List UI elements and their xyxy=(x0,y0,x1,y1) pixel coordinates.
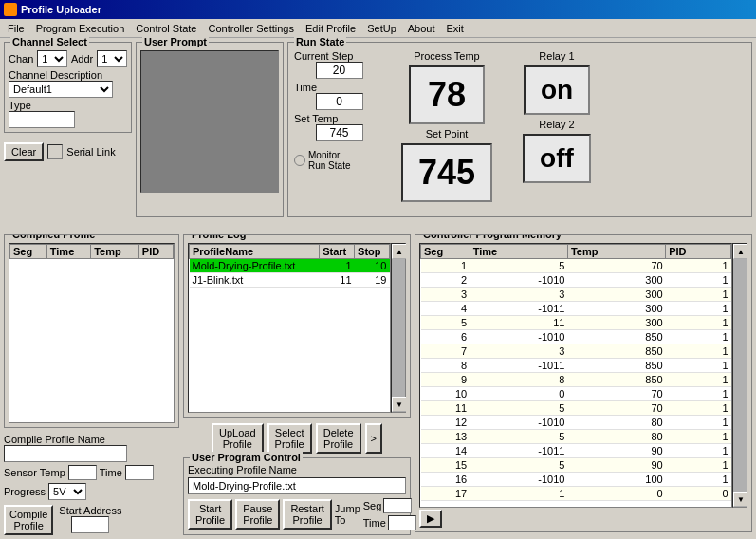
scroll-thumb[interactable] xyxy=(392,259,405,397)
controller-memory-table-container[interactable]: Seg Time Temp PID 157012-101030013330014… xyxy=(419,243,732,508)
menu-exit[interactable]: Exit xyxy=(441,21,470,36)
controller-memory-row[interactable]: 115701 xyxy=(421,401,731,416)
controller-memory-row[interactable]: 135801 xyxy=(421,430,731,444)
cm-scroll-up[interactable]: ▲ xyxy=(733,244,747,259)
prog-time-label: Time xyxy=(363,517,386,529)
cp-col-temp: Temp xyxy=(91,245,139,259)
time-label: Time xyxy=(294,82,384,93)
run-state-title: Run State xyxy=(294,36,346,47)
upload-profile-button[interactable]: UpLoadProfile xyxy=(212,423,264,454)
controller-memory-row[interactable]: 8-10118501 xyxy=(421,359,731,373)
menu-setup[interactable]: SetUp xyxy=(361,21,402,36)
profile-log-scrollbar[interactable]: ▲ ▼ xyxy=(391,243,406,413)
scroll-up-arrow[interactable]: ▲ xyxy=(392,244,406,259)
compile-profile-name-section: Compile Profile Name xyxy=(4,434,179,462)
desc-select[interactable]: Default1 xyxy=(9,81,113,98)
controller-memory-row[interactable]: 2-10103001 xyxy=(421,273,731,288)
temp-label2: Temp xyxy=(40,467,65,478)
menu-program-execution[interactable]: Program Execution xyxy=(30,21,131,36)
addr-select[interactable]: 1234 xyxy=(97,50,127,67)
relay1-label: Relay 1 xyxy=(539,50,574,62)
channel-select-title: Channel Select xyxy=(10,36,89,47)
controller-memory-row[interactable]: 12-1010801 xyxy=(421,416,731,430)
menu-about[interactable]: About xyxy=(402,21,441,36)
controller-memory-row[interactable]: 333001 xyxy=(421,288,731,302)
select-profile-button[interactable]: SelectProfile xyxy=(267,423,312,454)
profile-log-row[interactable]: J1-Blink.txt1119 xyxy=(190,273,390,288)
relay2-value: off xyxy=(523,134,591,183)
jump-to-label: Jump To xyxy=(335,503,360,526)
controller-memory-row[interactable]: 738501 xyxy=(421,344,731,359)
controller-memory-row[interactable]: 17100 xyxy=(421,487,731,501)
cm-col-temp: Temp xyxy=(567,245,665,259)
sensor-temp-input[interactable] xyxy=(68,465,97,480)
chan-select[interactable]: 1234 xyxy=(37,50,67,67)
controller-memory-row[interactable]: 4-10113001 xyxy=(421,302,731,316)
menu-file[interactable]: File xyxy=(2,21,30,36)
pl-col-stop: Stop xyxy=(355,245,390,259)
addr-label: Addr xyxy=(71,53,93,65)
time-value: 0 xyxy=(316,93,363,110)
menu-bar: File Program Execution Control State Con… xyxy=(0,19,756,38)
time-label2: Time xyxy=(100,467,122,478)
menu-control-state[interactable]: Control State xyxy=(130,21,202,36)
restart-profile-button[interactable]: RestartProfile xyxy=(283,499,331,530)
cm-scroll-thumb[interactable] xyxy=(733,259,747,492)
compiled-profile-title: Compiled Profile xyxy=(10,234,97,240)
cm-scroll-down[interactable]: ▼ xyxy=(733,492,747,507)
compile-name-input[interactable] xyxy=(4,445,127,462)
controller-memory-row[interactable]: 155901 xyxy=(421,458,731,473)
profile-log-table-container[interactable]: ProfileName Start Stop Mold-Drying-Profi… xyxy=(188,243,391,413)
progress-label: Progress xyxy=(4,486,46,497)
pause-profile-button[interactable]: PauseProfile xyxy=(235,499,280,530)
compile-profile-button[interactable]: CompileCompile ProfileProfile xyxy=(4,505,53,535)
exec-name-value: Mold-Drying-Profile.txt xyxy=(188,477,406,494)
controller-memory-row[interactable]: 6-10108501 xyxy=(421,330,731,344)
chan-label: Chan xyxy=(9,53,33,65)
start-addr-input[interactable]: 1 xyxy=(71,516,109,533)
delete-profile-button[interactable]: DeleteProfile xyxy=(316,423,361,454)
menu-controller-settings[interactable]: Controller Settings xyxy=(202,21,300,36)
controller-memory-panel: Controller Program Memory Seg Time Temp … xyxy=(415,234,752,535)
controller-memory-row[interactable]: 16-10101001 xyxy=(421,473,731,487)
controller-memory-row[interactable]: 988501 xyxy=(421,373,731,387)
cm-scrollbar[interactable]: ▲ ▼ xyxy=(732,243,747,508)
compiled-profile-table-container[interactable]: Seg Time Temp PID xyxy=(9,243,175,423)
user-prog-control: User Program Control Executing Profile N… xyxy=(183,457,411,535)
cm-nav-button[interactable]: ▶ xyxy=(419,510,442,528)
sensor-time-input[interactable] xyxy=(125,465,154,480)
current-step-value: 20 xyxy=(316,62,363,79)
type-input[interactable]: set64rs xyxy=(9,111,75,128)
desc-label: Channel Description xyxy=(9,69,102,81)
serial-link-label: Serial Link xyxy=(66,146,115,158)
type-label: Type xyxy=(9,100,31,111)
profile-log-title: Profile Log xyxy=(190,234,248,240)
controller-memory-row[interactable]: 15701 xyxy=(421,259,731,273)
exec-name-label: Executing Profile Name xyxy=(188,464,406,475)
profile-log-row[interactable]: Mold-Drying-Profile.txt110 xyxy=(190,259,390,273)
set-point-label: Set Point xyxy=(426,128,469,139)
controller-memory-row[interactable]: 14-1011901 xyxy=(421,444,731,458)
progress-select[interactable]: 5V3V1V xyxy=(48,483,86,500)
controller-memory-title: Controller Program Memory xyxy=(421,234,563,240)
clear-button[interactable]: Clear xyxy=(4,142,44,161)
user-prompt-display xyxy=(140,50,279,193)
cm-col-time: Time xyxy=(470,245,567,259)
cp-col-seg: Seg xyxy=(10,245,47,259)
app-icon xyxy=(4,3,17,16)
seg-input[interactable] xyxy=(383,498,412,513)
set-temp-value: 745 xyxy=(316,124,363,141)
monitor-radio[interactable] xyxy=(294,155,305,166)
controller-memory-row[interactable]: 5113001 xyxy=(421,316,731,330)
compile-name-label: Compile Profile Name xyxy=(4,434,179,445)
prog-time-input[interactable] xyxy=(388,515,416,530)
set-temp-label: Set Temp xyxy=(294,113,384,124)
controller-memory-row[interactable]: 100701 xyxy=(421,387,731,401)
pl-col-name: ProfileName xyxy=(190,245,320,259)
pl-col-start: Start xyxy=(320,245,355,259)
menu-edit-profile[interactable]: Edit Profile xyxy=(300,21,361,36)
arrow-button[interactable]: > xyxy=(365,423,382,454)
start-profile-button[interactable]: StartProfile xyxy=(188,499,232,530)
user-prompt-panel: User Prompt xyxy=(136,42,284,232)
scroll-down-arrow[interactable]: ▼ xyxy=(392,397,406,412)
